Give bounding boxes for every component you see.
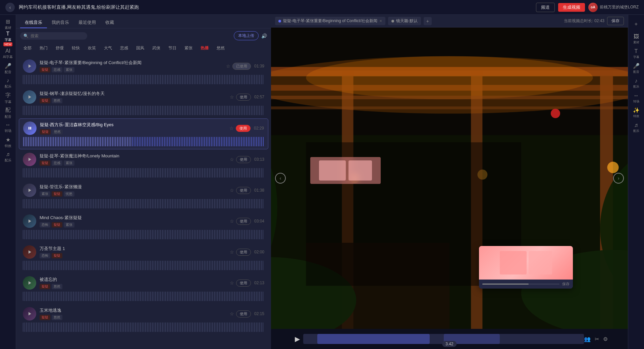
star-4[interactable]: ☆ [230,157,234,162]
music-item-2[interactable]: 疑疑-钢琴-凄凉疑疑忆/漫长的冬天 疑疑 悠然 ☆ 使用 02:57 [19,88,268,118]
genre-grand[interactable]: 大气 [101,44,115,52]
tag-3a: 疑疑 [40,129,51,135]
genre-hot[interactable]: 热门 [36,44,51,52]
top-right-actions: 频道 生成视频 oA 前桃万里的城堡LORZ [536,3,639,12]
svg-marker-4 [29,158,31,161]
use-btn-7[interactable]: 使用 [236,249,251,256]
music-item-3[interactable]: 疑疑-西方乐-置洁森林空灵感/Big Eyes 疑疑 悠然 ☆ 使用 02:29 [19,118,268,149]
track-tab-2[interactable]: 镜天颖-默认 [388,17,421,25]
upload-button[interactable]: 本地上传 [234,31,259,40]
star-7[interactable]: ☆ [230,249,234,255]
music-info-8: 被遗忘的 疑疑 悠然 [40,277,224,289]
use-btn-2[interactable]: 使用 [236,94,251,101]
track-tab-1[interactable]: 疑疑-电子琴-紧张重要/Beginning of Conflict/社会新闻 ✕ [275,17,385,25]
right-icon-bgm[interactable]: ♬ 配乐 [630,121,643,134]
music-item-1[interactable]: 疑疑-电子琴-紧张重要/Beginning of Conflict/社会新闻 疑… [19,57,268,87]
right-icon-fx[interactable]: ✨ 特效 [630,106,643,119]
video-nav-right[interactable]: › [613,173,624,184]
star-3[interactable]: ☆ [229,126,234,131]
use-btn-9[interactable]: 使用 [236,310,251,317]
genre-martial[interactable]: 武侠 [149,44,164,52]
genre-tense[interactable]: 紧张 [181,44,196,52]
generate-button[interactable]: 生成视频 [558,3,585,12]
genre-light[interactable]: 轻快 [68,44,83,52]
search-input[interactable] [31,34,84,38]
right-icon-subtitle[interactable]: T 字幕 [630,47,643,60]
settings-icon[interactable]: ⚙ [603,336,608,342]
save-button[interactable]: 保存 [607,17,624,25]
star-6[interactable]: ☆ [230,218,234,224]
tab-online-music[interactable]: 在线音乐 [20,17,47,28]
use-btn-3[interactable]: 使用 [236,125,251,132]
track-tab-label-1: 疑疑-电子琴-紧张重要/Beginning of Conflict/社会新闻 [283,18,377,24]
sidebar-item-voice[interactable]: 🎤 配音 [1,62,15,75]
use-btn-4[interactable]: 使用 [236,156,251,163]
track-add-button[interactable]: + [424,17,432,25]
svg-point-20 [306,56,593,99]
sidebar-item-material[interactable]: ⊞ 素材 [1,17,15,31]
right-icon-add[interactable]: + [630,17,643,31]
genre-calm[interactable]: 舒缓 [52,44,67,52]
sidebar-item-transition[interactable]: ↔ 转场 [1,121,15,134]
genre-happy[interactable]: 欢笑 [85,44,99,52]
use-btn-5[interactable]: 使用 [236,187,251,194]
genre-trending[interactable]: 热播 [197,44,212,52]
music-item-8[interactable]: 被遗忘的 疑疑 悠然 ☆ 使用 02:13 [19,273,268,304]
music-item-4[interactable]: 疑疑-提琴-紧张魔法神奇/Lonely Mountain 疑疑 悲感 紧张 ☆ … [19,150,268,180]
genre-leisurely[interactable]: 悠然 [213,44,228,52]
genre-chinese[interactable]: 国风 [133,44,148,52]
music-info-2: 疑疑-钢琴-凄凉疑疑忆/漫长的冬天 疑疑 悠然 [40,91,224,103]
right-icon-voice[interactable]: 🎤 配音 [630,62,643,75]
thumb-4 [23,153,36,166]
music-item-9[interactable]: 玉米地逃逸 疑疑 悠然 ☆ 使用 02:15 [19,304,268,335]
svg-marker-0 [29,64,31,68]
close-track-1[interactable]: ✕ [379,19,382,23]
thumb-2 [23,90,36,104]
tab-favorites[interactable]: 收藏 [101,17,119,28]
music-name-6: Mind Chaos-紧张疑疑 [40,215,224,221]
star-8[interactable]: ☆ [230,280,234,286]
sidebar-item-bgm[interactable]: ♬ 配乐 [1,150,15,164]
music-item-7[interactable]: 万圣节主题 1 恐怖 疑疑 ☆ 使用 02:00 [19,243,268,273]
star-1[interactable]: ☆ [226,63,230,69]
star-5[interactable]: ☆ [230,188,234,193]
right-icon-material[interactable]: 🖼 素材 [630,32,643,46]
genre-festival[interactable]: 节日 [165,44,180,52]
use-btn-1[interactable]: 已使用 [232,63,251,70]
video-panel: 疑疑-电子琴-紧张重要/Beginning of Conflict/社会新闻 ✕… [271,15,628,349]
use-btn-6[interactable]: 使用 [236,218,251,225]
sidebar-item-caption[interactable]: 字 字幕 [1,91,15,105]
svg-marker-7 [29,250,31,254]
sidebar-item-dub[interactable]: 配 配音 [1,106,15,119]
thumb-7 [23,245,36,259]
back-button[interactable]: ‹ [5,3,15,12]
star-2[interactable]: ☆ [230,94,234,100]
mic-icon: 🎤 [5,63,11,69]
music-tags-7: 恐怖 疑疑 [40,253,224,258]
right-icon-music[interactable]: ♪ 配乐 [630,77,643,90]
music-toolbar: 🔍 本地上传 🔊 [16,29,271,43]
music-item-6[interactable]: Mind Chaos-紧张疑疑 恐怖 疑疑 紧张 ☆ 使用 03:04 [19,212,268,242]
sidebar-item-fx[interactable]: ★ 特效 [1,136,15,149]
timeline-block-1 [317,334,430,344]
tab-my-music[interactable]: 我的音乐 [47,17,74,28]
actions-2: ☆ 使用 [230,94,251,101]
sidebar-item-music[interactable]: ♪ 配乐 [1,77,15,90]
right-icon-transition[interactable]: ↔ 转场 [630,91,643,105]
tab-recent[interactable]: 最近使用 [74,17,101,28]
video-nav-left[interactable]: ‹ [275,173,286,184]
use-btn-8[interactable]: 使用 [236,280,251,287]
music-item-5[interactable]: 疑疑-管弦乐-紧张懒漫 紧张 疑疑 忧愁 ☆ 使用 01:38 [19,181,268,211]
genre-sad[interactable]: 悲感 [117,44,131,52]
people-icon[interactable]: 👥 [584,336,591,342]
collect-button[interactable]: 频道 [536,3,555,12]
sidebar-item-subtitle[interactable]: T 字幕 NEW [1,32,15,46]
sidebar-item-ai[interactable]: AI AI字幕 [1,47,15,60]
play-button[interactable]: ▶ [291,333,303,345]
star-9[interactable]: ☆ [230,311,234,316]
bgm-icon: ♬ [6,151,10,157]
genre-all[interactable]: 全部 [20,44,35,52]
scissors-icon[interactable]: ✂ [595,336,599,342]
volume-icon[interactable]: 🔊 [261,33,267,39]
svg-rect-21 [271,96,628,99]
